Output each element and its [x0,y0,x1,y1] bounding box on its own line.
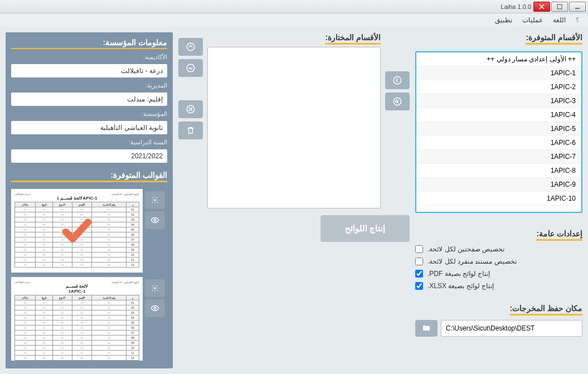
svg-point-7 [154,219,156,221]
output-path-input[interactable] [441,320,582,337]
available-sections-list[interactable]: ++ الأولى إعدادي مسار دولي ++1APIC-11API… [415,51,582,213]
available-sections-title: الأقسام المتوفرة: [526,33,582,45]
setting-xlsx[interactable]: إنتاج لوائح بصيغة XLSX. [415,280,582,292]
svg-point-9 [154,307,156,309]
template-settings-button[interactable] [145,191,165,209]
list-item[interactable]: 1APIC-5 [416,122,581,136]
list-item[interactable]: 1APIC-8 [416,164,581,178]
move-all-left-button[interactable] [385,93,410,110]
list-item[interactable]: 1APIC-4 [416,108,581,122]
clear-button[interactable] [178,122,203,139]
year-label: السنة الدراسية: [11,139,167,146]
template-settings-button[interactable] [145,279,165,297]
check-icon [60,214,94,248]
move-down-button[interactable] [178,59,203,77]
svg-point-6 [154,199,156,201]
menu-help[interactable]: ؟ [576,16,579,24]
window-title: Laiha 1.0.0 [501,3,531,10]
template-item[interactable]: ثانوية العياشي التأهيليةدرعة-تافيلالتلائ… [11,189,167,273]
menu-ops[interactable]: عمليات [522,16,543,24]
svg-point-4 [187,64,195,72]
svg-point-8 [154,287,156,289]
menu-lang[interactable]: اللغة [553,16,566,24]
setting-doc-per-list[interactable]: تخصيص مستند منفرد لكل لائحة. [415,255,582,268]
list-item[interactable]: 1APIC-10 [416,192,581,206]
browse-folder-button[interactable] [415,320,438,337]
menubar: ؟ اللغة عمليات تطبيق [0,13,588,27]
move-left-button[interactable] [385,71,410,89]
generate-button[interactable]: إنتاج اللوائح [320,215,410,242]
list-item[interactable]: ++ الأولى إعدادي مسار دولي ++ [416,52,581,66]
template-preview-button[interactable] [145,211,165,229]
close-button[interactable] [533,2,550,12]
list-item[interactable]: 1APIC-2 [416,80,581,94]
template-item[interactable]: ثانوية العياشي التأهيليةدرعة-تافيلالتلائ… [11,277,167,361]
school-input[interactable] [11,121,167,134]
svg-point-1 [393,76,401,84]
year-input[interactable] [11,149,167,163]
template-preview-button[interactable] [145,299,165,317]
school-label: المؤسسة: [11,110,167,118]
list-item[interactable]: 1APIC-1 [416,66,581,80]
general-settings-title: إعدادات عامة: [536,229,582,241]
titlebar: Laiha 1.0.0 [0,0,588,13]
direction-input[interactable] [11,93,167,106]
institution-info-title: معلومات المؤسسة: [11,38,167,49]
academy-label: الأكاديمية: [11,54,167,61]
minimize-button[interactable] [569,2,586,12]
selected-sections-title: الأقسام المختارة: [325,33,381,45]
list-item[interactable]: 1APIC-7 [416,150,581,164]
maximize-button[interactable] [551,2,568,12]
templates-title: القوالب المتوفرة: [11,171,167,182]
list-item[interactable]: 1APIC-3 [416,94,581,108]
setting-two-pages[interactable]: تخصيص صفحتين لكل لائحة. [415,243,582,255]
menu-app[interactable]: تطبيق [495,16,512,24]
academy-input[interactable] [11,64,167,77]
setting-pdf[interactable]: إنتاج لوائح بصيغة PDF. [415,268,582,280]
move-up-button[interactable] [178,38,203,56]
list-item[interactable]: 1APIC-6 [416,136,581,150]
remove-button[interactable] [178,100,203,118]
svg-point-3 [187,43,195,51]
direction-label: المديرية: [11,82,167,89]
selected-sections-list[interactable] [207,47,381,208]
output-location-title: مكان حفظ المخرجات: [510,304,582,315]
list-item[interactable]: 1APIC-9 [416,178,581,192]
svg-rect-0 [557,4,562,9]
